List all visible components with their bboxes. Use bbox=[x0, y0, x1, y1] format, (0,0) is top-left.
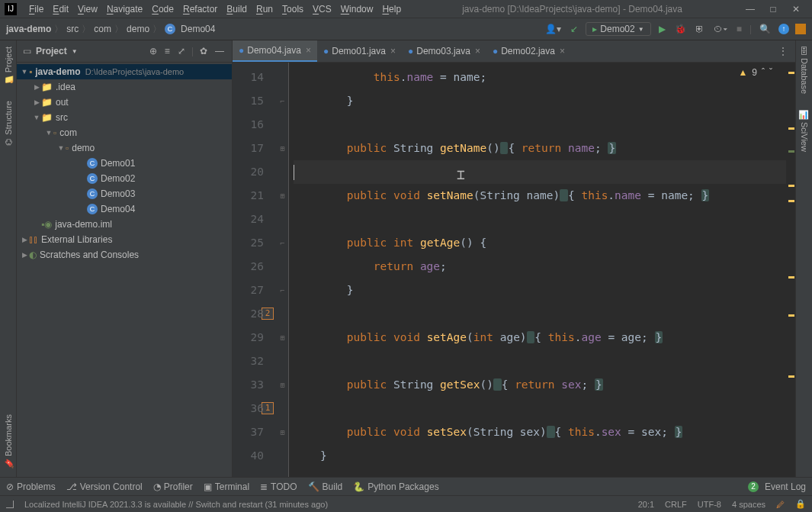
status-message[interactable]: Localized IntelliJ IDEA 2021.3.3 is avai… bbox=[24, 500, 328, 509]
tree-out[interactable]: ▶📁out bbox=[17, 95, 232, 110]
menu-tools[interactable]: Tools bbox=[278, 4, 308, 14]
tab-demo03-java[interactable]: ●Demo03.java× bbox=[402, 40, 486, 62]
bookmarks-tool-button[interactable]: 🔖Bookmarks bbox=[3, 414, 13, 469]
more-tabs-icon[interactable]: ⋮ bbox=[771, 40, 795, 62]
error-stripe[interactable] bbox=[786, 63, 795, 477]
breadcrumb[interactable]: java-demo 〉 src 〉 com 〉 demo 〉 C Demo04 bbox=[6, 23, 215, 36]
tree-class-demo03[interactable]: CDemo03 bbox=[17, 186, 232, 201]
menu-view[interactable]: View bbox=[73, 4, 102, 14]
project-tree[interactable]: ▼ ▪ java-demo D:\IdeaProjects\java-demo … bbox=[17, 63, 232, 477]
vcs-update-icon[interactable]: ↙ bbox=[569, 24, 579, 34]
close-tab-icon[interactable]: × bbox=[306, 45, 311, 56]
select-opened-icon[interactable]: ⊕ bbox=[148, 46, 159, 56]
indent-setting[interactable]: 4 spaces bbox=[732, 500, 765, 509]
close-tab-icon[interactable]: × bbox=[560, 46, 565, 56]
tree-external-libs[interactable]: ▶⫿⫿External Libraries bbox=[17, 232, 232, 247]
class-icon: C bbox=[87, 173, 98, 184]
breadcrumb-src[interactable]: src bbox=[66, 24, 79, 34]
settings-icon[interactable]: ✿ bbox=[198, 46, 209, 56]
prev-highlight-icon[interactable]: ˆ bbox=[762, 67, 765, 78]
run-configuration-selector[interactable]: ▸ Demo02 ▼ bbox=[586, 22, 650, 36]
menu-edit[interactable]: Edit bbox=[48, 4, 73, 14]
expand-all-icon[interactable]: ≡ bbox=[163, 46, 172, 56]
terminal-tool-button[interactable]: ▣Terminal bbox=[204, 481, 249, 492]
close-tab-icon[interactable]: × bbox=[475, 46, 480, 56]
breadcrumb-project[interactable]: java-demo bbox=[6, 24, 51, 34]
tree-demo[interactable]: ▼▫demo bbox=[17, 140, 232, 156]
project-view-dropdown[interactable]: ▼ bbox=[72, 48, 78, 55]
tree-scratches[interactable]: ▶◐Scratches and Consoles bbox=[17, 247, 232, 262]
vcs-tool-button[interactable]: ⎇Version Control bbox=[66, 481, 143, 492]
tab-demo01-java[interactable]: ●Demo01.java× bbox=[317, 40, 402, 62]
line-number-gutter[interactable]: 141516172021242526272282932331363740 bbox=[233, 63, 277, 477]
minimize-button[interactable]: ― bbox=[739, 4, 762, 14]
collapse-all-icon[interactable]: ⤢ bbox=[176, 46, 187, 56]
profile-button[interactable]: ⏲▾ bbox=[712, 24, 729, 34]
user-icon[interactable]: 👤▾ bbox=[544, 24, 563, 34]
line-separator[interactable]: CRLF bbox=[665, 500, 687, 509]
class-icon: C bbox=[87, 204, 98, 214]
menu-refactor[interactable]: Refactor bbox=[178, 4, 222, 14]
tree-root-path: D:\IdeaProjects\java-demo bbox=[85, 67, 185, 76]
code-editor[interactable]: 141516172021242526272282932331363740 ⌐⊞⊞… bbox=[233, 63, 795, 477]
maximize-button[interactable]: □ bbox=[762, 4, 785, 14]
menu-run[interactable]: Run bbox=[252, 4, 278, 14]
ide-settings-icon[interactable] bbox=[795, 24, 806, 34]
update-available-icon[interactable]: ↑ bbox=[778, 24, 789, 34]
cursor-position[interactable]: 20:1 bbox=[638, 500, 654, 509]
project-tool-button[interactable]: 📁Project bbox=[3, 47, 13, 85]
readonly-toggle-icon[interactable]: 🖉 bbox=[776, 500, 785, 509]
menu-file[interactable]: File bbox=[24, 4, 48, 14]
lock-icon[interactable]: 🔒 bbox=[795, 499, 806, 509]
python-packages-tool-button[interactable]: 🐍Python Packages bbox=[353, 481, 438, 492]
event-log-tool-button[interactable]: 2Event Log bbox=[748, 481, 806, 492]
sciview-tool-button[interactable]: 📊SciView bbox=[799, 109, 809, 152]
chevron-right-icon: 〉 bbox=[152, 23, 162, 36]
status-toggle-icon[interactable] bbox=[6, 501, 14, 508]
menu-build[interactable]: Build bbox=[222, 4, 252, 14]
next-highlight-icon[interactable]: ˇ bbox=[769, 67, 772, 78]
search-icon[interactable]: 🔍 bbox=[758, 24, 772, 34]
tab-demo04-java[interactable]: ●Demo04.java× bbox=[233, 40, 317, 62]
structure-tool-button[interactable]: ⌬Structure bbox=[3, 101, 13, 146]
menu-help[interactable]: Help bbox=[377, 4, 406, 14]
chevron-right-icon: 〉 bbox=[114, 23, 124, 36]
right-tool-strip: 🗄Database 📊SciView bbox=[795, 40, 812, 477]
tab-demo02-java[interactable]: ●Demo02.java× bbox=[486, 40, 571, 62]
problems-tool-button[interactable]: ⊘Problems bbox=[6, 481, 56, 492]
database-tool-button[interactable]: 🗄Database bbox=[800, 47, 809, 94]
breadcrumb-demo[interactable]: demo bbox=[127, 24, 149, 34]
class-icon: ● bbox=[323, 46, 329, 56]
menu-navigate[interactable]: Navigate bbox=[102, 4, 147, 14]
close-button[interactable]: ✕ bbox=[785, 4, 807, 14]
build-tool-button[interactable]: 🔨Build bbox=[308, 481, 343, 492]
profiler-tool-button[interactable]: ◔Profiler bbox=[153, 481, 193, 492]
coverage-button[interactable]: ⛨ bbox=[694, 24, 706, 34]
tree-com[interactable]: ▼▫com bbox=[17, 125, 232, 140]
tree-iml[interactable]: ▪◉java-demo.iml bbox=[17, 217, 232, 232]
tree-idea[interactable]: ▶📁.idea bbox=[17, 79, 232, 95]
file-encoding[interactable]: UTF-8 bbox=[698, 500, 721, 509]
menu-vcs[interactable]: VCS bbox=[308, 4, 336, 14]
menu-window[interactable]: Window bbox=[336, 4, 378, 14]
tree-class-demo02[interactable]: CDemo02 bbox=[17, 171, 232, 186]
tree-root[interactable]: ▼ ▪ java-demo D:\IdeaProjects\java-demo bbox=[17, 64, 232, 79]
fold-gutter[interactable]: ⌐⊞⊞⌐⌐⊞⊞⊞ bbox=[277, 63, 289, 477]
debug-button[interactable]: 🐞 bbox=[673, 24, 688, 34]
close-tab-icon[interactable]: × bbox=[390, 46, 396, 56]
stop-button[interactable]: ■ bbox=[735, 24, 743, 34]
tree-src[interactable]: ▼📁src bbox=[17, 110, 232, 125]
breadcrumb-com[interactable]: com bbox=[94, 24, 111, 34]
code-body[interactable]: ▲ 9 ˆ ˇ ⌶ this.name = name; } public Str… bbox=[289, 63, 786, 477]
tree-class-demo01[interactable]: CDemo01 bbox=[17, 156, 232, 171]
tree-class-demo04[interactable]: CDemo04 bbox=[17, 201, 232, 217]
run-button[interactable]: ▶ bbox=[657, 24, 667, 34]
hide-icon[interactable]: ― bbox=[213, 46, 226, 56]
sidebar-title: Project bbox=[36, 46, 67, 56]
hammer-icon: 🔨 bbox=[308, 481, 319, 492]
titlebar: IJ FileEditViewNavigateCodeRefactorBuild… bbox=[0, 0, 812, 18]
inspection-widget[interactable]: ▲ 9 ˆ ˇ bbox=[738, 67, 772, 78]
todo-tool-button[interactable]: ≣TODO bbox=[260, 481, 297, 492]
breadcrumb-class[interactable]: Demo04 bbox=[181, 24, 215, 34]
menu-code[interactable]: Code bbox=[147, 4, 178, 14]
